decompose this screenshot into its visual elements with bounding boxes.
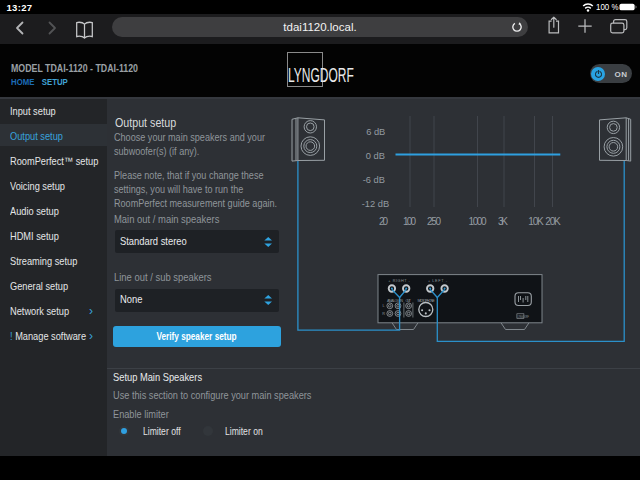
svg-text:OUT: OUT: [405, 299, 411, 303]
svg-text:0 dB: 0 dB: [366, 151, 385, 161]
svg-text:250: 250: [427, 216, 441, 227]
svg-text:LYNGDORF: LYNGDORF: [518, 315, 529, 319]
svg-text:R: R: [382, 312, 385, 316]
svg-text:+ RIGHT -: + RIGHT -: [388, 279, 410, 283]
svg-text:1000: 1000: [469, 216, 487, 227]
svg-text:20: 20: [379, 216, 388, 227]
svg-text:6 dB: 6 dB: [366, 127, 385, 137]
svg-text:20K: 20K: [545, 216, 561, 227]
svg-text:10K: 10K: [528, 216, 544, 227]
svg-text:-6 dB: -6 dB: [363, 175, 385, 185]
svg-text:ANALOG IN: ANALOG IN: [387, 299, 403, 303]
svg-text:100: 100: [403, 216, 416, 227]
svg-text:+ LEFT -: + LEFT -: [428, 279, 448, 283]
svg-text:3K: 3K: [498, 216, 508, 227]
svg-text:-12 dB: -12 dB: [362, 199, 389, 209]
